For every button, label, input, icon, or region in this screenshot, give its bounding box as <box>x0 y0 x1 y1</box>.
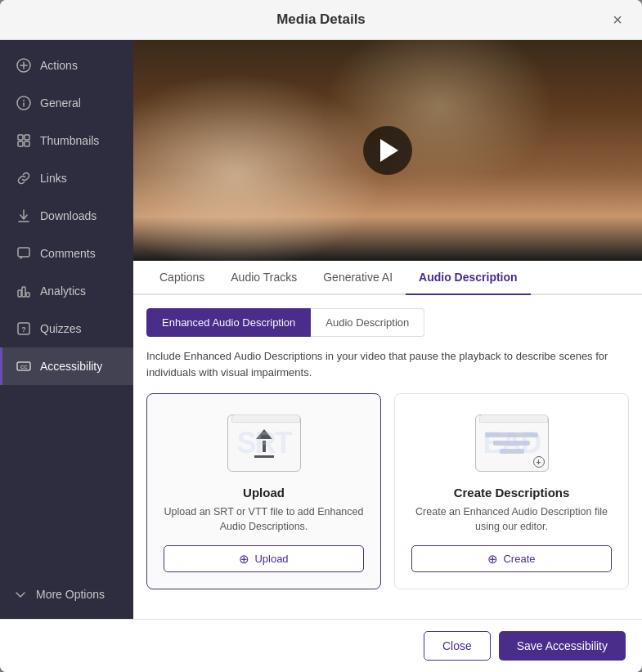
upload-card-description: Upload an SRT or VTT file to add Enhance… <box>164 504 364 534</box>
sidebar-item-thumbnails-label: Thumbnails <box>40 134 99 147</box>
video-area <box>133 40 642 261</box>
play-icon <box>380 139 398 162</box>
svg-text:?: ? <box>21 325 26 334</box>
create-card-title: Create Descriptions <box>454 486 570 500</box>
sidebar-item-general-label: General <box>40 96 81 110</box>
sidebar-item-quizzes[interactable]: ? Quizzes <box>0 310 133 347</box>
sub-tabs: Enhanced Audio Description Audio Descrip… <box>146 308 629 337</box>
svg-rect-15 <box>26 293 29 297</box>
sidebar-item-comments[interactable]: Comments <box>0 235 133 272</box>
sidebar-item-links[interactable]: Links <box>0 159 133 197</box>
tab-audio-tracks[interactable]: Audio Tracks <box>218 261 310 295</box>
play-button[interactable] <box>363 126 412 175</box>
modal-title: Media Details <box>276 11 366 28</box>
plus-icon: ⊕ <box>239 553 249 565</box>
sidebar-item-thumbnails[interactable]: Thumbnails <box>0 122 133 159</box>
svg-point-4 <box>23 100 25 101</box>
cards-row: SRT Upload Upload an SRT or VTT file to … <box>146 393 629 589</box>
upload-card-icon-area: SRT <box>223 410 305 476</box>
svg-text:CC: CC <box>20 365 28 370</box>
sidebar-item-analytics[interactable]: Analytics <box>0 272 133 310</box>
media-details-modal: Media Details × Actions <box>0 0 642 672</box>
sub-tab-standard[interactable]: Audio Description <box>311 308 424 337</box>
create-button[interactable]: ⊕ Create <box>411 545 612 572</box>
sidebar-item-analytics-label: Analytics <box>40 284 86 298</box>
sub-tab-enhanced[interactable]: Enhanced Audio Description <box>146 308 311 337</box>
chevron-down-icon <box>13 587 28 602</box>
sidebar-item-downloads[interactable]: Downloads <box>0 197 133 235</box>
svg-rect-6 <box>18 135 23 140</box>
svg-rect-14 <box>22 287 25 297</box>
close-icon-button[interactable]: × <box>606 8 629 31</box>
upload-card: SRT Upload Upload an SRT or VTT file to … <box>146 393 381 589</box>
svg-rect-7 <box>25 135 29 140</box>
tab-generative-ai[interactable]: Generative AI <box>310 261 406 295</box>
bar-chart-icon <box>16 283 32 299</box>
sidebar-more-options[interactable]: More Options <box>0 576 133 612</box>
modal-body: Actions General <box>0 40 642 619</box>
svg-rect-9 <box>25 141 29 146</box>
sidebar-item-downloads-label: Downloads <box>40 209 97 222</box>
sidebar-item-accessibility[interactable]: CC Accessibility <box>0 347 133 385</box>
sidebar-item-actions[interactable]: Actions <box>0 47 133 84</box>
svg-rect-8 <box>18 141 23 146</box>
upload-icon-wrapper: SRT <box>227 414 301 472</box>
info-icon <box>16 95 32 111</box>
modal-footer: Close Save Accessibility <box>0 619 642 672</box>
svg-rect-13 <box>18 290 21 297</box>
chat-icon <box>16 245 32 262</box>
download-icon <box>16 208 32 224</box>
plus-circle-icon <box>16 57 32 74</box>
create-icon-wrapper: EAD + <box>475 414 549 472</box>
tab-captions[interactable]: Captions <box>146 261 218 295</box>
tabs-bar: Captions Audio Tracks Generative AI Audi… <box>133 261 642 295</box>
sidebar-item-general[interactable]: General <box>0 84 133 122</box>
cc-icon: CC <box>16 358 32 374</box>
modal-header: Media Details × <box>0 0 642 40</box>
sidebar: Actions General <box>0 40 133 619</box>
sidebar-item-comments-label: Comments <box>40 247 96 260</box>
create-card-icon-area: EAD + <box>471 410 553 476</box>
link-icon <box>16 170 32 186</box>
grid-icon <box>16 132 32 149</box>
main-content: Captions Audio Tracks Generative AI Audi… <box>133 40 642 619</box>
tab-audio-description[interactable]: Audio Description <box>406 261 531 295</box>
upload-card-title: Upload <box>243 486 285 500</box>
sidebar-item-accessibility-label: Accessibility <box>40 360 102 373</box>
tab-content-audio-description: Enhanced Audio Description Audio Descrip… <box>133 295 642 619</box>
create-card-description: Create an Enhanced Audio Description fil… <box>411 504 612 534</box>
sidebar-item-actions-label: Actions <box>40 59 78 72</box>
sidebar-item-links-label: Links <box>40 172 67 185</box>
svg-rect-12 <box>18 248 29 257</box>
description-text: Include Enhanced Audio Descriptions in y… <box>146 348 629 380</box>
plus-icon-create: ⊕ <box>487 553 498 565</box>
create-card: EAD + Create Descriptions Create an Enha… <box>394 393 629 589</box>
quiz-icon: ? <box>16 320 32 337</box>
close-button[interactable]: Close <box>424 631 491 661</box>
sidebar-item-quizzes-label: Quizzes <box>40 322 82 335</box>
more-options-label: More Options <box>36 588 105 601</box>
upload-button[interactable]: ⊕ Upload <box>164 545 364 572</box>
save-accessibility-button[interactable]: Save Accessibility <box>499 631 626 661</box>
